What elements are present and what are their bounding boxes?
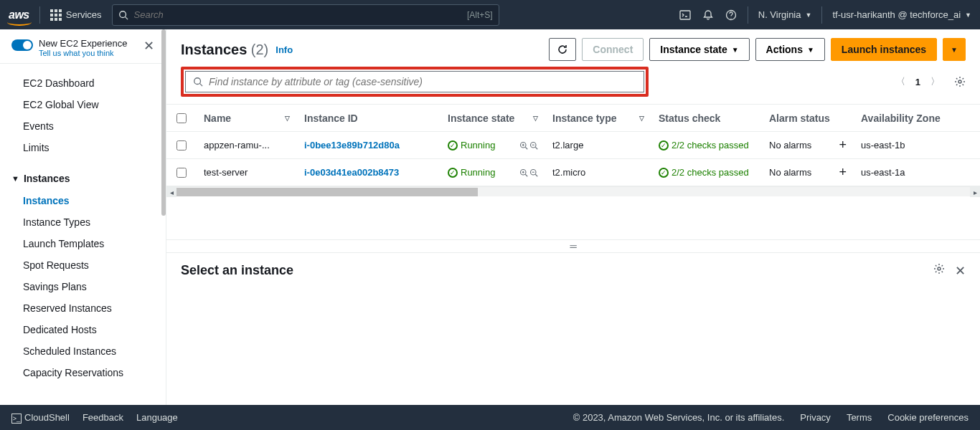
divider [821, 6, 822, 24]
table-header: Name▽ Instance ID Instance state▽ Instan… [166, 105, 980, 132]
state-filter-icons[interactable] [519, 168, 538, 177]
state-badge: ✓Running [448, 167, 495, 178]
caret-down-icon: ▼ [11, 174, 19, 183]
svg-point-4 [194, 78, 201, 85]
svg-line-12 [535, 147, 537, 149]
nav-events[interactable]: Events [0, 115, 166, 137]
check-circle-icon: ✓ [448, 140, 458, 150]
region-selector[interactable]: N. Virginia▼ [758, 9, 812, 20]
nav-limits[interactable]: Limits [0, 137, 166, 158]
svg-line-8 [525, 147, 527, 149]
caret-down-icon: ▼ [951, 46, 958, 54]
cloudshell-icon: >_ [11, 414, 22, 424]
nav-ec2-dashboard[interactable]: EC2 Dashboard [0, 72, 166, 94]
col-name[interactable]: Name▽ [197, 113, 297, 124]
select-all-checkbox[interactable] [176, 113, 187, 123]
info-link[interactable]: Info [275, 44, 293, 55]
horizontal-scrollbar[interactable]: ◂ ▸ [166, 186, 980, 196]
page-header: Instances (2) Info Connect Instance stat… [166, 29, 980, 67]
scroll-left-arrow[interactable]: ◂ [166, 187, 176, 197]
refresh-button[interactable] [549, 38, 576, 61]
col-instance-state[interactable]: Instance state▽ [440, 113, 545, 124]
nav-section-instances[interactable]: ▼Instances [0, 167, 166, 190]
add-alarm-button[interactable]: + [839, 165, 847, 180]
detail-close-button[interactable]: ✕ [955, 263, 966, 279]
divider [748, 6, 748, 24]
new-experience-banner: New EC2 Experience Tell us what you thin… [0, 29, 166, 64]
actions-button[interactable]: Actions▼ [755, 38, 825, 61]
instances-table: Name▽ Instance ID Instance state▽ Instan… [166, 104, 980, 196]
nav-capacity-reservations[interactable]: Capacity Reservations [0, 362, 166, 383]
new-experience-feedback-link[interactable]: Tell us what you think [39, 49, 128, 57]
nav-instances[interactable]: Instances [0, 190, 166, 211]
nav-launch-templates[interactable]: Launch Templates [0, 233, 166, 254]
copyright: © 2023, Amazon Web Services, Inc. or its… [573, 412, 785, 423]
next-page-button[interactable]: 〉 [930, 75, 940, 88]
bell-icon[interactable] [702, 9, 715, 22]
scroll-right-arrow[interactable]: ▸ [970, 187, 980, 197]
feedback-link[interactable]: Feedback [83, 412, 123, 423]
nav-reserved-instances[interactable]: Reserved Instances [0, 297, 166, 319]
state-badge: ✓Running [448, 140, 495, 150]
aws-logo[interactable]: aws [9, 9, 29, 22]
nav-ec2-global-view[interactable]: EC2 Global View [0, 94, 166, 115]
cell-alarm: No alarms [769, 140, 811, 150]
add-alarm-button[interactable]: + [839, 138, 847, 153]
cloudshell-icon[interactable] [679, 9, 692, 22]
state-filter-icons[interactable] [519, 141, 538, 150]
instance-id-link[interactable]: i-0bee13e89b712d80a [304, 140, 400, 150]
divider [39, 6, 40, 24]
close-icon[interactable]: ✕ [143, 38, 154, 54]
col-availability-zone[interactable]: Availability Zone [854, 113, 954, 124]
status-check-badge: ✓2/2 checks passed [659, 140, 749, 150]
row-checkbox[interactable] [176, 168, 187, 178]
split-handle[interactable]: ═ [166, 239, 980, 252]
status-check-badge: ✓2/2 checks passed [659, 167, 749, 178]
help-icon[interactable] [725, 9, 738, 22]
search-icon [118, 10, 128, 20]
filter-input[interactable] [209, 76, 636, 87]
terms-link[interactable]: Terms [847, 412, 872, 423]
table-row[interactable]: test-server i-0e03d41ea002b8473 ✓Running… [166, 159, 980, 186]
launch-instances-dropdown[interactable]: ▼ [943, 38, 966, 61]
search-input[interactable] [134, 9, 461, 20]
filter-highlight [181, 67, 649, 97]
launch-instances-button[interactable]: Launch instances [831, 38, 937, 61]
global-footer: >_CloudShell Feedback Language © 2023, A… [0, 405, 980, 430]
col-instance-id[interactable]: Instance ID [297, 113, 440, 124]
cookies-link[interactable]: Cookie preferences [887, 412, 969, 423]
instance-id-link[interactable]: i-0e03d41ea002b8473 [304, 167, 399, 178]
services-menu[interactable]: Services [50, 9, 102, 21]
nav-instance-types[interactable]: Instance Types [0, 211, 166, 233]
nav-scheduled-instances[interactable]: Scheduled Instances [0, 340, 166, 362]
check-circle-icon: ✓ [448, 168, 458, 178]
instance-state-button[interactable]: Instance state▼ [649, 38, 749, 61]
check-circle-icon: ✓ [659, 140, 669, 150]
privacy-link[interactable]: Privacy [800, 412, 831, 423]
caret-down-icon: ▼ [732, 46, 739, 54]
new-experience-title: New EC2 Experience [39, 38, 128, 49]
prev-page-button[interactable]: 〈 [896, 75, 905, 88]
caret-down-icon: ▼ [807, 46, 814, 54]
global-search[interactable]: [Alt+S] [112, 4, 499, 26]
col-status-check[interactable]: Status check [651, 113, 762, 124]
sidebar: New EC2 Experience Tell us what you thin… [0, 29, 166, 405]
nav-spot-requests[interactable]: Spot Requests [0, 254, 166, 276]
filter-input-wrapper[interactable] [185, 71, 644, 92]
nav-savings-plans[interactable]: Savings Plans [0, 276, 166, 297]
col-alarm-status[interactable]: Alarm status [762, 113, 854, 124]
table-row[interactable]: appzen-ramu-... i-0bee13e89b712d80a ✓Run… [166, 132, 980, 159]
detail-settings-button[interactable] [933, 263, 945, 279]
settings-button[interactable] [954, 76, 966, 87]
cloudshell-link[interactable]: >_CloudShell [11, 412, 70, 424]
search-icon [193, 77, 203, 87]
account-menu[interactable]: tf-usr-harikanth @ techforce_ai▼ [832, 9, 971, 20]
nav-dedicated-hosts[interactable]: Dedicated Hosts [0, 319, 166, 340]
svg-point-21 [938, 267, 941, 270]
scrollbar[interactable] [161, 29, 166, 216]
new-experience-toggle[interactable] [11, 39, 33, 51]
scrollbar-thumb[interactable] [176, 188, 478, 196]
language-link[interactable]: Language [136, 412, 178, 423]
col-instance-type[interactable]: Instance type▽ [545, 113, 651, 124]
row-checkbox[interactable] [176, 140, 187, 150]
